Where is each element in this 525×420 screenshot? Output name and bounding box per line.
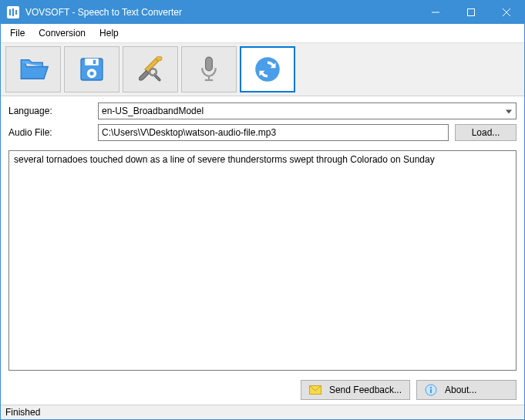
svg-rect-2 [15, 10, 17, 15]
svg-rect-9 [93, 60, 96, 64]
menu-conversion[interactable]: Conversion [32, 25, 92, 41]
folder-open-icon [17, 53, 49, 86]
language-select[interactable] [98, 102, 517, 119]
status-text: Finished [5, 407, 40, 418]
maximize-icon [467, 8, 475, 16]
menubar: File Conversion Help [1, 24, 524, 43]
window-title: VOVSOFT - Speech to Text Converter [25, 7, 418, 18]
svg-rect-12 [156, 56, 162, 60]
toolbar [1, 43, 524, 96]
menu-file[interactable]: File [4, 25, 31, 41]
svg-rect-1 [12, 8, 14, 16]
language-select-wrap [98, 102, 517, 119]
microphone-icon [193, 53, 225, 86]
audio-file-input[interactable] [98, 124, 449, 141]
settings-button[interactable] [123, 46, 178, 92]
close-icon [503, 8, 510, 16]
svg-point-13 [150, 69, 156, 76]
convert-button[interactable] [240, 46, 295, 92]
open-button[interactable] [5, 46, 61, 92]
svg-rect-14 [206, 57, 213, 71]
tools-icon [134, 53, 167, 86]
send-feedback-button[interactable]: Send Feedback... [301, 380, 410, 400]
about-button[interactable]: About... [416, 380, 517, 400]
floppy-disk-icon [76, 53, 108, 86]
audio-row: Audio File: Load... [8, 124, 517, 141]
bottom-bar: Send Feedback... About... [1, 375, 524, 405]
audio-file-label: Audio File: [8, 127, 92, 138]
form-area: Language: Audio File: Load... [1, 96, 524, 150]
menu-help[interactable]: Help [93, 25, 125, 41]
mail-icon [309, 384, 321, 396]
info-icon [425, 384, 437, 396]
app-icon [7, 6, 19, 18]
titlebar: VOVSOFT - Speech to Text Converter [1, 1, 524, 24]
svg-rect-21 [430, 389, 432, 393]
svg-rect-8 [85, 59, 99, 66]
svg-rect-4 [468, 9, 475, 16]
send-feedback-label: Send Feedback... [329, 385, 402, 395]
transcript-area [1, 150, 524, 375]
language-row: Language: [8, 102, 517, 119]
statusbar: Finished [1, 405, 524, 419]
transcript-textarea[interactable] [8, 150, 517, 371]
record-button[interactable] [181, 46, 237, 92]
close-button[interactable] [489, 1, 524, 24]
about-label: About... [445, 385, 476, 395]
maximize-button[interactable] [453, 1, 489, 24]
svg-rect-0 [9, 9, 11, 15]
window-controls [418, 1, 524, 24]
minimize-icon [432, 8, 439, 16]
save-button[interactable] [64, 46, 119, 92]
refresh-icon [251, 53, 284, 86]
language-label: Language: [8, 106, 92, 116]
minimize-button[interactable] [418, 1, 453, 24]
load-button[interactable]: Load... [455, 124, 517, 141]
svg-point-17 [255, 57, 280, 82]
svg-point-11 [89, 72, 93, 76]
svg-point-20 [430, 387, 432, 388]
